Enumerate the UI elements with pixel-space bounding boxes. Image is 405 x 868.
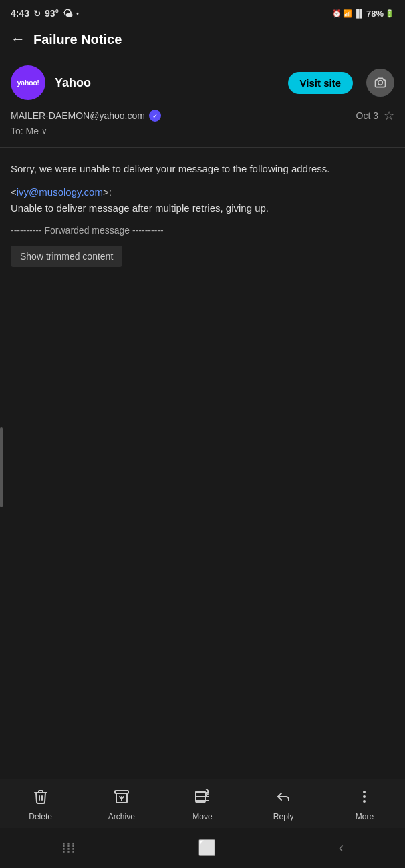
email-date-text: Oct 3 xyxy=(356,110,378,121)
sync-icon: ↻ xyxy=(33,9,41,19)
move-icon xyxy=(194,789,211,809)
svg-point-4 xyxy=(364,796,365,797)
move-label: Move xyxy=(192,812,212,821)
reply-toolbar-item[interactable]: Reply xyxy=(243,789,324,821)
status-icons-right: ⏰ 📶 ▐▌ 78% 🔋 xyxy=(332,9,394,19)
nav-home-icon[interactable]: ⁞⁞⁞ xyxy=(61,839,76,857)
sender-logo-text: yahoo! xyxy=(17,79,39,87)
wifi-icon: 📶 xyxy=(343,9,352,18)
more-toolbar-item[interactable]: More xyxy=(324,789,405,821)
delete-label: Delete xyxy=(29,812,52,821)
delete-icon xyxy=(33,789,49,809)
nav-circle-icon[interactable]: ⬜ xyxy=(198,839,216,857)
alarm-icon: ⏰ xyxy=(332,9,342,18)
star-icon[interactable]: ☆ xyxy=(384,108,394,123)
temperature-display: 93° xyxy=(45,8,59,19)
reply-label: Reply xyxy=(273,812,294,821)
email-meta: MAILER-DAEMON@yahoo.com ✓ Oct 3 ☆ To: Me… xyxy=(0,105,405,142)
back-button[interactable]: ← xyxy=(11,31,25,48)
forwarded-message-label: ---------- Forwarded message ---------- xyxy=(11,224,394,238)
svg-point-0 xyxy=(378,81,383,85)
to-chevron-icon[interactable]: ∨ xyxy=(41,126,47,136)
nav-back-icon[interactable]: ‹ xyxy=(339,839,344,857)
email-date-container: Oct 3 ☆ xyxy=(356,108,394,123)
body-link-paragraph: <ivy@musology.com>: Unable to deliver me… xyxy=(11,184,394,216)
archive-toolbar-item[interactable]: Archive xyxy=(81,789,162,821)
show-trimmed-button[interactable]: Show trimmed content xyxy=(11,246,122,267)
more-label: More xyxy=(356,812,374,821)
from-address-text: MAILER-DAEMON@yahoo.com xyxy=(11,110,145,121)
email-body: Sorry, we were unable to deliver your me… xyxy=(0,153,405,275)
nav-bar: ⁞⁞⁞ ⬜ ‹ xyxy=(0,828,405,868)
move-toolbar-item[interactable]: Move xyxy=(162,789,243,821)
svg-point-5 xyxy=(364,801,365,802)
delete-toolbar-item[interactable]: Delete xyxy=(0,789,81,821)
battery-display: 78% xyxy=(366,9,384,19)
sender-name: Yahoo xyxy=(55,76,279,90)
verified-badge: ✓ xyxy=(149,110,161,122)
svg-point-3 xyxy=(364,791,365,793)
from-address-container: MAILER-DAEMON@yahoo.com ✓ xyxy=(11,110,161,122)
to-label: To: Me xyxy=(11,126,39,136)
reply-icon xyxy=(275,789,291,809)
battery-icon: 🔋 xyxy=(385,9,394,18)
status-bar: 4:43 ↻ 93° 🌤 • ⏰ 📶 ▐▌ 78% 🔋 xyxy=(0,0,405,24)
to-row: To: Me ∨ xyxy=(11,126,394,136)
visit-site-button[interactable]: Visit site xyxy=(288,72,353,94)
from-row: MAILER-DAEMON@yahoo.com ✓ Oct 3 ☆ xyxy=(11,108,394,123)
page-title: Failure Notice xyxy=(33,32,122,47)
divider xyxy=(0,147,405,148)
sender-avatar: yahoo! xyxy=(11,65,45,100)
recipient-email-link[interactable]: ivy@musology.com xyxy=(17,186,103,198)
archive-label: Archive xyxy=(108,812,135,821)
time-display: 4:43 xyxy=(11,8,29,19)
weather-icon: 🌤 xyxy=(63,8,72,19)
status-time: 4:43 ↻ 93° 🌤 • xyxy=(11,8,79,19)
svg-rect-1 xyxy=(115,791,128,793)
bottom-toolbar: Delete Archive Move xyxy=(0,779,405,828)
dot-indicator: • xyxy=(76,10,79,17)
archive-icon xyxy=(114,789,130,809)
sender-section: yahoo! Yahoo Visit site xyxy=(0,55,405,105)
scroll-indicator xyxy=(0,427,3,507)
more-icon xyxy=(356,789,372,809)
body-paragraph-1: Sorry, we were unable to deliver your me… xyxy=(11,161,394,176)
email-header: ← Failure Notice xyxy=(0,24,405,55)
signal-icon: ▐▌ xyxy=(354,9,365,18)
camera-icon xyxy=(366,69,394,97)
